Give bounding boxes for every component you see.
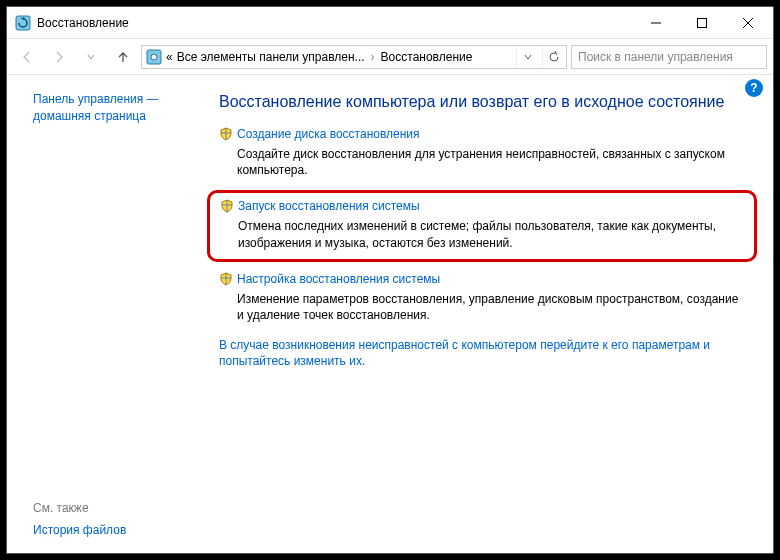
content-area: Панель управления — домашняя страница См…	[7, 75, 773, 553]
address-dropdown[interactable]	[516, 46, 538, 68]
breadcrumb-all-items[interactable]: Все элементы панели управлен...	[177, 50, 365, 64]
sidebar-bottom: См. также История файлов	[33, 501, 193, 537]
configure-restore-desc: Изменение параметров восстановления, упр…	[237, 291, 745, 323]
window-controls	[633, 8, 771, 38]
shield-icon	[219, 127, 233, 141]
main-panel: ? Восстановление компьютера или возврат …	[207, 75, 773, 553]
control-panel-icon	[146, 49, 162, 65]
navigation-bar: « Все элементы панели управлен... › Восс…	[7, 39, 773, 75]
close-button[interactable]	[725, 8, 771, 38]
search-input[interactable]: Поиск в панели управления	[571, 45, 767, 69]
page-title: Восстановление компьютера или возврат ег…	[219, 93, 745, 111]
create-recovery-drive-desc: Создайте диск восстановления для устране…	[237, 146, 745, 178]
titlebar: Восстановление	[7, 7, 773, 39]
file-history-link[interactable]: История файлов	[33, 523, 193, 537]
control-panel-window: Восстановление « Все элементы панели упр…	[6, 6, 774, 554]
forward-button[interactable]	[45, 43, 73, 71]
search-placeholder: Поиск в панели управления	[578, 50, 733, 64]
minimize-button[interactable]	[633, 8, 679, 38]
shield-icon	[220, 199, 234, 213]
see-also-label: См. также	[33, 501, 193, 515]
refresh-button[interactable]	[542, 46, 564, 68]
recovery-app-icon	[15, 15, 31, 31]
troubleshoot-link[interactable]: В случае возникновения неисправностей с …	[219, 337, 745, 369]
section-create-recovery-drive: Создание диска восстановления Создайте д…	[219, 127, 745, 178]
section-system-restore: Запуск восстановления системы Отмена пос…	[220, 199, 744, 250]
breadcrumb-recovery[interactable]: Восстановление	[381, 50, 473, 64]
svg-point-6	[151, 54, 157, 60]
back-button[interactable]	[13, 43, 41, 71]
highlighted-section: Запуск восстановления системы Отмена пос…	[207, 190, 757, 261]
create-recovery-drive-link[interactable]: Создание диска восстановления	[219, 127, 420, 141]
address-bar[interactable]: « Все элементы панели управлен... › Восс…	[141, 45, 567, 69]
sidebar: Панель управления — домашняя страница	[7, 75, 207, 553]
recent-dropdown[interactable]	[77, 43, 105, 71]
chevron-right-icon[interactable]: ›	[369, 50, 377, 64]
breadcrumb-prefix: «	[166, 50, 173, 64]
svg-rect-2	[698, 18, 707, 27]
system-restore-label: Запуск восстановления системы	[238, 199, 420, 213]
window-title: Восстановление	[37, 16, 633, 30]
system-restore-link[interactable]: Запуск восстановления системы	[220, 199, 420, 213]
up-button[interactable]	[109, 43, 137, 71]
help-button[interactable]: ?	[745, 79, 763, 97]
create-recovery-drive-label: Создание диска восстановления	[237, 127, 420, 141]
configure-restore-link[interactable]: Настройка восстановления системы	[219, 272, 440, 286]
configure-restore-label: Настройка восстановления системы	[237, 272, 440, 286]
system-restore-desc: Отмена последних изменений в системе; фа…	[238, 218, 744, 250]
maximize-button[interactable]	[679, 8, 725, 38]
section-configure-restore: Настройка восстановления системы Изменен…	[219, 272, 745, 323]
shield-icon	[219, 272, 233, 286]
control-panel-home-link[interactable]: Панель управления — домашняя страница	[33, 91, 197, 125]
